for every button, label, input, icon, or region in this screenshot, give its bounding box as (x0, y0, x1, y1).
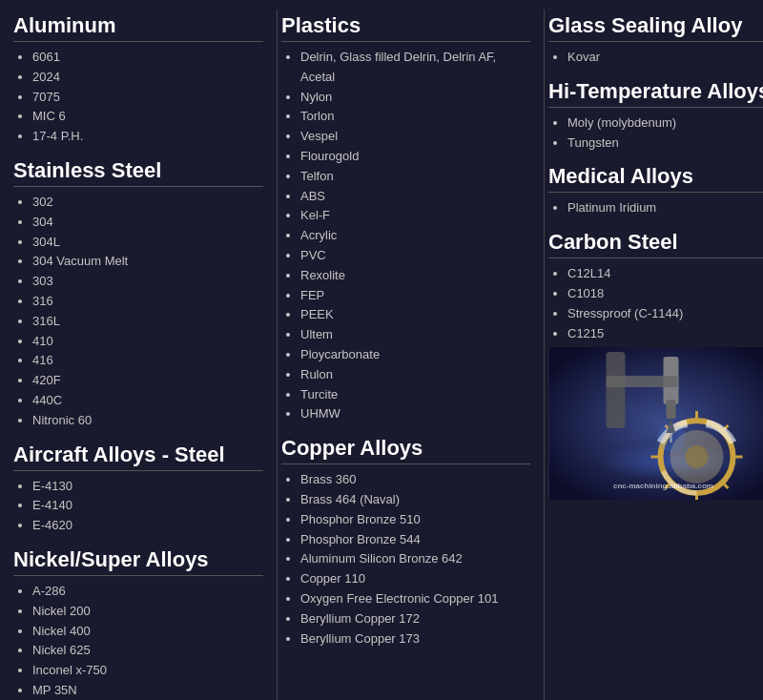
list-item: C1215 (567, 324, 763, 344)
section-title-0-0: Aluminum (13, 13, 263, 42)
cnc-machine-image: cnc-machining.alibaba.com (548, 347, 763, 500)
list-item: Nickel 200 (32, 602, 263, 622)
list-item: Ploycarbonate (300, 345, 530, 365)
list-item: PVC (300, 246, 530, 266)
section-title-0-1: Stainless Steel (13, 158, 263, 187)
list-item: Kel-F (300, 206, 530, 226)
list-item: Flourogold (300, 147, 530, 167)
section-list-2-1: Moly (molybdenum)Tungsten (548, 113, 763, 154)
list-item: 7075 (32, 88, 263, 108)
list-item: E-4130 (32, 477, 263, 497)
list-item: 440C (32, 391, 263, 411)
list-item: Telfon (300, 167, 530, 187)
section-list-2-2: Platinum Iridium (548, 198, 763, 218)
section-title-1-1: Copper Alloys (281, 436, 530, 464)
list-item: 304L (32, 233, 263, 253)
section-list-0-2: E-4130E-4140E-4620 (13, 477, 263, 536)
list-item: Moly (molybdenum) (567, 113, 763, 134)
list-item: Oxygen Free Electronic Copper 101 (300, 589, 530, 609)
svg-point-12 (686, 445, 709, 468)
list-item: 316L (32, 312, 263, 332)
list-item: Brass 464 (Naval) (300, 490, 530, 510)
list-item: Tungsten (567, 134, 763, 154)
list-item: FEP (300, 286, 530, 306)
column-2: PlasticsDelrin, Glass filled Delrin, Del… (277, 10, 534, 700)
list-item: Delrin, Glass filled Delrin, Delrin AF, … (300, 48, 530, 88)
list-item: Vespel (300, 127, 530, 147)
section-title-0-3: Nickel/Super Alloys (13, 547, 263, 576)
list-item: PEEK (300, 305, 530, 325)
list-item: Phosphor Bronze 544 (300, 530, 530, 550)
section-list-1-1: Brass 360Brass 464 (Naval)Phosphor Bronz… (281, 470, 530, 649)
list-item: 302 (32, 193, 263, 213)
list-item: 316 (32, 292, 263, 312)
list-item: 410 (32, 332, 263, 352)
section-title-2-2: Medical Alloys (548, 164, 763, 193)
list-item: Beryllium Copper 172 (300, 609, 530, 629)
list-item: Nylon (300, 88, 530, 108)
list-item: Rexolite (300, 266, 530, 286)
svg-rect-17 (607, 352, 626, 428)
list-item: C12L14 (567, 264, 763, 284)
list-item: 303 (32, 272, 263, 292)
list-item: Rulon (300, 365, 530, 385)
list-item: A-286 (32, 582, 263, 602)
svg-point-19 (657, 423, 686, 452)
section-list-0-1: 302304304L304 Vacuum Melt303316316L41041… (13, 193, 263, 431)
list-item: C1018 (567, 284, 763, 304)
list-item: Beryllium Copper 173 (300, 629, 530, 649)
list-item: ABS (300, 187, 530, 207)
section-list-2-3: C12L14C1018Stressproof (C-1144)C1215 (548, 264, 763, 343)
list-item: Phosphor Bronze 510 (300, 510, 530, 530)
list-item: Inconel x-750 (32, 661, 263, 681)
list-item: Ultem (300, 325, 530, 345)
list-item: Brass 360 (300, 470, 530, 490)
list-item: Aluminum Silicon Bronze 642 (300, 549, 530, 569)
list-item: MIC 6 (32, 107, 263, 127)
main-grid: Aluminum606120247075MIC 617-4 P.H.Stainl… (10, 10, 753, 700)
section-title-2-3: Carbon Steel (548, 230, 763, 258)
list-item: 2024 (32, 68, 263, 88)
section-title-2-1: Hi-Temperature Alloys (548, 79, 763, 108)
list-item: Stressproof (C-1144) (567, 304, 763, 324)
list-item: Nitronic 60 (32, 411, 263, 431)
column-1: Aluminum606120247075MIC 617-4 P.H.Stainl… (10, 10, 267, 700)
list-item: Acrylic (300, 226, 530, 246)
list-item: Platinum Iridium (567, 198, 763, 218)
list-item: 6061 (32, 48, 263, 68)
page: Aluminum606120247075MIC 617-4 P.H.Stainl… (0, 0, 763, 700)
svg-text:cnc-machining.alibaba.com: cnc-machining.alibaba.com (613, 482, 713, 490)
list-item: 420F (32, 371, 263, 391)
list-item: E-4620 (32, 516, 263, 536)
list-item: 304 (32, 213, 263, 233)
list-item: Torlon (300, 107, 530, 127)
list-item: 304 Vacuum Melt (32, 252, 263, 272)
list-item: Nickel 400 (32, 622, 263, 642)
section-list-1-0: Delrin, Glass filled Delrin, Delrin AF, … (281, 48, 530, 424)
section-list-0-0: 606120247075MIC 617-4 P.H. (13, 48, 263, 147)
section-list-0-3: A-286Nickel 200Nickel 400Nickel 625Incon… (13, 582, 263, 700)
section-title-1-0: Plastics (281, 13, 530, 42)
section-title-0-2: Aircraft Alloys - Steel (13, 443, 263, 471)
section-list-2-0: Kovar (548, 48, 763, 68)
svg-rect-18 (607, 376, 678, 387)
list-item: Kovar (567, 48, 763, 68)
section-title-2-0: Glass Sealing Alloy (548, 13, 763, 42)
list-item: UHMW (300, 404, 530, 424)
list-item: Turcite (300, 385, 530, 405)
list-item: MP 35N (32, 681, 263, 700)
list-item: 416 (32, 351, 263, 371)
svg-rect-14 (667, 400, 676, 419)
list-item: Nickel 625 (32, 641, 263, 661)
list-item: E-4140 (32, 496, 263, 516)
list-item: Copper 110 (300, 569, 530, 589)
list-item: 17-4 P.H. (32, 127, 263, 147)
column-3: Glass Sealing AlloyKovarHi-Temperature A… (544, 10, 763, 700)
